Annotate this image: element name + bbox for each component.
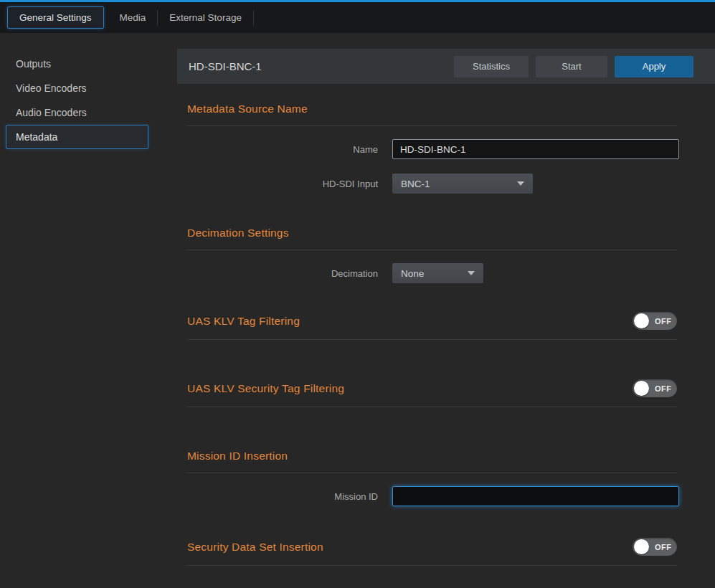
uas-klv-tag-filtering-toggle[interactable]: OFF (633, 312, 677, 330)
hdsdi-input-select[interactable]: BNC-1 (392, 174, 533, 194)
sidebar-item-outputs[interactable]: Outputs (16, 52, 148, 76)
hdsdi-input-row: HD-SDI Input BNC-1 (177, 174, 715, 194)
panel-header: HD-SDI-BNC-1 Statistics Start Apply (177, 49, 715, 84)
sidebar-item-audio-encoders[interactable]: Audio Encoders (16, 100, 148, 125)
decimation-label: Decimation (177, 268, 378, 279)
section-title: Decimation Settings (187, 226, 677, 240)
divider (187, 473, 677, 473)
chevron-down-icon (517, 181, 524, 186)
toggle-state-label: OFF (655, 317, 672, 326)
section-title: Metadata Source Name (187, 102, 677, 116)
select-value: None (401, 268, 424, 279)
tab-media[interactable]: Media (108, 7, 158, 28)
toggle-state-label: OFF (655, 384, 672, 393)
statistics-button[interactable]: Statistics (454, 56, 529, 77)
section-mission-id-insertion: Mission ID Insertion (187, 449, 677, 473)
content-panel: HD-SDI-BNC-1 Statistics Start Apply Meta… (177, 33, 715, 588)
divider (187, 250, 677, 250)
section-title: Security Data Set Insertion (187, 540, 323, 554)
toggle-knob (634, 381, 649, 396)
chevron-down-icon (468, 271, 475, 275)
section-title: UAS KLV Security Tag Filtering (187, 381, 344, 396)
page-title: HD-SDI-BNC-1 (189, 60, 447, 72)
security-data-set-insertion-toggle[interactable]: OFF (633, 538, 677, 556)
select-value: BNC-1 (401, 179, 430, 189)
divider (187, 339, 677, 340)
tab-divider (253, 10, 254, 26)
section-decimation-settings: Decimation Settings (187, 226, 677, 250)
section-title: Mission ID Insertion (187, 449, 677, 463)
mission-id-row: Mission ID (177, 486, 715, 506)
divider (187, 125, 677, 126)
divider (187, 565, 677, 566)
section-uas-klv-tag-filtering: UAS KLV Tag Filtering OFF (187, 312, 677, 340)
sidebar-item-metadata[interactable]: Metadata (6, 125, 148, 149)
toggle-knob (634, 313, 649, 328)
divider (187, 407, 677, 407)
name-field-row: Name (177, 139, 715, 159)
tab-general-settings[interactable]: General Settings (7, 6, 104, 29)
sidebar-item-video-encoders[interactable]: Video Encoders (16, 76, 148, 100)
uas-klv-security-tag-filtering-toggle[interactable]: OFF (633, 379, 677, 397)
section-security-data-set-insertion: Security Data Set Insertion OFF (187, 538, 677, 566)
mission-id-input[interactable] (392, 486, 679, 506)
section-title: UAS KLV Tag Filtering (187, 314, 300, 328)
tab-bar: General Settings Media External Storage (0, 2, 715, 33)
apply-button[interactable]: Apply (615, 56, 693, 77)
section-metadata-source-name: Metadata Source Name (187, 102, 677, 126)
main-layout: Outputs Video Encoders Audio Encoders Me… (0, 33, 715, 588)
section-uas-klv-security-tag-filtering: UAS KLV Security Tag Filtering OFF (187, 379, 677, 407)
start-button[interactable]: Start (536, 56, 607, 77)
mission-id-label: Mission ID (177, 491, 378, 502)
decimation-select[interactable]: None (392, 263, 483, 283)
toggle-state-label: OFF (655, 543, 672, 551)
name-input[interactable] (392, 139, 679, 159)
tab-external-storage[interactable]: External Storage (158, 7, 253, 28)
sidebar: Outputs Video Encoders Audio Encoders Me… (0, 33, 177, 588)
name-label: Name (177, 144, 378, 155)
decimation-row: Decimation None (177, 263, 715, 283)
hdsdi-input-label: HD-SDI Input (177, 179, 378, 189)
toggle-knob (634, 539, 649, 554)
